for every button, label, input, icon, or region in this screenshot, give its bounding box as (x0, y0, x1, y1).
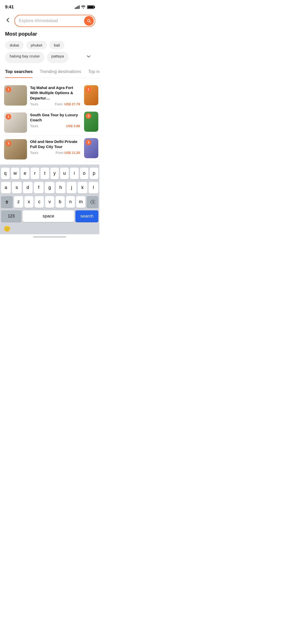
key-f[interactable]: f (34, 182, 44, 194)
shift-icon (4, 199, 9, 204)
result-title-2: South Goa Tour by Luxury Coach (30, 112, 80, 123)
delete-key[interactable] (87, 196, 98, 208)
result-price-1: From US$ 27.79 (55, 102, 80, 106)
keyboard-row-2: a s d f g h j k l (1, 182, 98, 194)
key-i[interactable]: i (70, 168, 79, 179)
tab-top-searches[interactable]: Top searches (5, 66, 33, 78)
key-y[interactable]: y (50, 168, 59, 179)
search-button[interactable] (84, 16, 94, 26)
result-meta-3: Tours From US$ 11.35 (30, 151, 80, 155)
wifi-icon (81, 5, 86, 9)
search-icon (87, 19, 91, 23)
key-l[interactable]: l (89, 182, 98, 194)
key-b[interactable]: b (56, 196, 65, 208)
rank-badge-1: 1 (6, 87, 11, 92)
tag-halong[interactable]: halong bay cruise (5, 52, 44, 63)
result-img-wrapper-3: 3 (4, 139, 27, 159)
search-input-wrapper (14, 15, 95, 27)
key-o[interactable]: o (80, 168, 89, 179)
preview-item-1: 1 (84, 82, 99, 109)
key-d[interactable]: d (23, 182, 33, 194)
home-bar (33, 236, 66, 238)
search-input[interactable] (19, 18, 84, 23)
result-info-3: Old and New Delhi Private Full Day City … (30, 139, 80, 155)
most-popular-section: Most popular dubai phuket bali halong ba… (0, 31, 99, 63)
rank-badge-2: 2 (6, 114, 11, 120)
key-x[interactable]: x (24, 196, 34, 208)
result-price-3: From US$ 11.35 (56, 151, 80, 155)
preview-img-3: 3 (84, 138, 98, 158)
keyboard: q w e r t y u i o p a s d f g h j k l z … (0, 165, 99, 234)
key-q[interactable]: q (1, 168, 10, 179)
key-s[interactable]: s (12, 182, 22, 194)
back-button[interactable] (4, 16, 12, 25)
preview-img-2: 2 (84, 112, 98, 132)
key-w[interactable]: w (11, 168, 20, 179)
expand-tags-button[interactable] (84, 52, 93, 61)
tags-row-1: dubai phuket bali (5, 41, 94, 49)
key-c[interactable]: c (35, 196, 44, 208)
result-info-2: South Goa Tour by Luxury Coach Tours US$… (30, 112, 80, 128)
delete-icon (90, 200, 95, 204)
preview-rank-2: 2 (86, 113, 91, 119)
key-e[interactable]: e (21, 168, 29, 179)
search-area (0, 13, 99, 31)
result-title-3: Old and New Delhi Private Full Day City … (30, 139, 80, 150)
tab-top-nearby[interactable]: Top nearby (88, 66, 99, 78)
tags-row-2: halong bay cruise pattaya (5, 52, 94, 63)
key-j[interactable]: j (67, 182, 76, 194)
result-item-1[interactable]: 1 Taj Mahal and Agra Fort With Multiple … (4, 82, 84, 109)
preview-rank-1: 1 (86, 87, 91, 92)
keyboard-bottom-row: 123 space search (1, 210, 98, 222)
key-h[interactable]: h (56, 182, 65, 194)
rank-badge-3: 3 (6, 141, 11, 146)
home-indicator (0, 234, 99, 239)
result-img-wrapper-1: 1 (4, 85, 27, 106)
most-popular-title: Most popular (5, 31, 94, 37)
key-m[interactable]: m (76, 196, 85, 208)
status-time: 9:41 (5, 5, 14, 10)
key-z[interactable]: z (14, 196, 23, 208)
key-a[interactable]: a (1, 182, 11, 194)
key-r[interactable]: r (31, 168, 39, 179)
key-p[interactable]: p (90, 168, 98, 179)
tag-pattaya[interactable]: pattaya (47, 52, 69, 63)
result-title-1: Taj Mahal and Agra Fort With Multiple Op… (30, 85, 80, 101)
key-k[interactable]: k (78, 182, 87, 194)
result-meta-1: Tours From US$ 27.79 (30, 102, 80, 106)
preview-rank-3: 3 (86, 140, 91, 145)
tag-dubai[interactable]: dubai (5, 41, 24, 49)
shift-key[interactable] (1, 196, 13, 208)
result-category-3: Tours (30, 151, 38, 155)
keyboard-row-1: q w e r t y u i o p (1, 168, 98, 179)
tab-trending-destinations[interactable]: Trending destinations (40, 66, 81, 78)
result-price-2: US$ 3.99 (66, 124, 80, 128)
keyboard-row-3: z x c v b n m (1, 196, 98, 208)
tag-phuket[interactable]: phuket (26, 41, 47, 49)
preview-item-3: 3 (84, 135, 99, 162)
status-icons (75, 5, 94, 9)
numbers-key[interactable]: 123 (1, 210, 21, 222)
signal-icon (75, 5, 79, 9)
space-key[interactable]: space (23, 210, 74, 222)
result-item-2[interactable]: 2 South Goa Tour by Luxury Coach Tours U… (4, 109, 84, 136)
result-img-wrapper-2: 2 (4, 112, 27, 133)
key-n[interactable]: n (66, 196, 75, 208)
tag-bali[interactable]: bali (49, 41, 64, 49)
keyboard-search-button[interactable]: search (75, 210, 98, 222)
top-searches-col: 1 Taj Mahal and Agra Fort With Multiple … (4, 82, 84, 163)
emoji-button[interactable]: 🙂 (4, 226, 10, 232)
emoji-row: 🙂 (1, 224, 98, 233)
status-bar: 9:41 (0, 0, 99, 13)
preview-img-1: 1 (84, 85, 98, 105)
key-g[interactable]: g (45, 182, 55, 194)
key-v[interactable]: v (45, 196, 54, 208)
key-t[interactable]: t (40, 168, 49, 179)
preview-item-2: 2 (84, 109, 99, 135)
key-u[interactable]: u (60, 168, 69, 179)
trending-preview-col: 1 2 3 (84, 82, 99, 163)
results-wrapper: 1 Taj Mahal and Agra Fort With Multiple … (0, 78, 99, 163)
result-item-3[interactable]: 3 Old and New Delhi Private Full Day Cit… (4, 136, 84, 163)
battery-icon (87, 5, 94, 9)
result-category-1: Tours (30, 102, 38, 106)
